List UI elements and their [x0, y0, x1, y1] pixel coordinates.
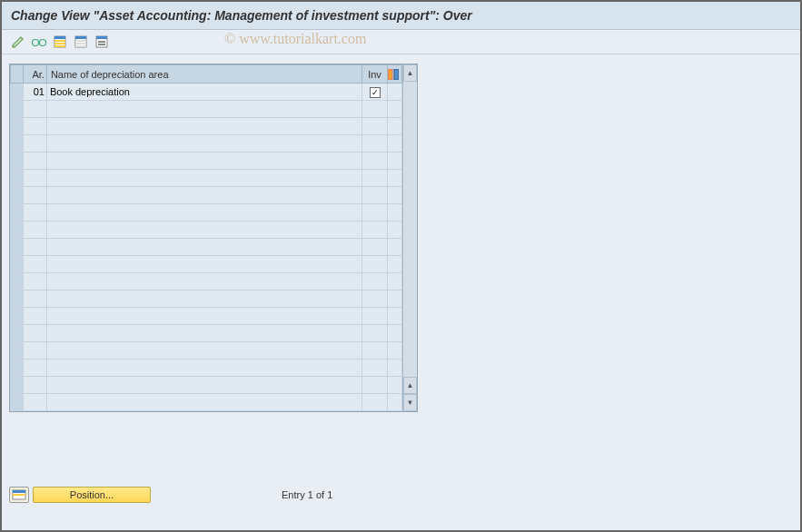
configure-columns-button[interactable]	[388, 65, 402, 84]
table-row[interactable]	[11, 325, 402, 342]
cell-area[interactable]: 01	[23, 84, 46, 101]
table-row[interactable]	[11, 101, 402, 118]
watermark: © www.tutorialkart.com	[224, 31, 366, 47]
row-selector[interactable]	[11, 325, 24, 342]
page-title: Change View "Asset Accounting: Managemen…	[11, 8, 791, 23]
table-row[interactable]	[11, 308, 402, 325]
footer: Position... Entry 1 of 1	[9, 487, 332, 503]
row-selector[interactable]	[11, 308, 24, 325]
col-inv[interactable]: Inv	[362, 65, 388, 84]
table-container: Ar. Name of depreciation area Inv 01 Boo…	[9, 64, 418, 412]
table-row[interactable]	[11, 239, 402, 256]
table-row[interactable]	[11, 118, 402, 135]
row-selector[interactable]	[11, 256, 24, 273]
row-selector[interactable]	[11, 360, 24, 377]
svg-rect-16	[388, 69, 392, 80]
svg-rect-8	[75, 36, 86, 39]
row-selector[interactable]	[11, 187, 24, 204]
position-icon[interactable]	[9, 487, 29, 503]
glasses-icon[interactable]	[30, 34, 48, 50]
vertical-scrollbar[interactable]: ▲ ▲ ▼	[402, 64, 417, 411]
svg-rect-9	[75, 40, 86, 42]
row-selector[interactable]	[11, 291, 24, 308]
svg-rect-10	[75, 43, 86, 44]
entry-count: Entry 1 of 1	[282, 489, 332, 500]
col-name[interactable]: Name of depreciation area	[46, 65, 361, 84]
table-row[interactable]	[11, 342, 402, 360]
cell-name[interactable]: Book depreciation	[46, 84, 361, 101]
svg-rect-15	[98, 44, 105, 45]
col-select[interactable]	[11, 65, 24, 84]
toggle-display-change-button[interactable]	[9, 34, 27, 50]
svg-rect-11	[75, 45, 86, 47]
content: Ar. Name of depreciation area Inv 01 Boo…	[2, 54, 800, 421]
cell-spacer	[388, 84, 402, 101]
svg-rect-17	[394, 69, 399, 80]
svg-rect-5	[54, 43, 65, 44]
table-row[interactable]	[11, 187, 402, 204]
toolbar	[2, 30, 800, 54]
table-row[interactable]	[11, 170, 402, 187]
row-selector[interactable]	[11, 377, 24, 394]
deselect-all-button[interactable]	[72, 34, 90, 50]
scroll-up-button[interactable]: ▲	[403, 64, 417, 82]
row-selector[interactable]	[11, 101, 24, 118]
row-selector[interactable]	[11, 118, 24, 135]
svg-rect-19	[13, 490, 25, 493]
table-settings-button[interactable]	[93, 34, 111, 50]
row-selector[interactable]	[11, 239, 24, 256]
row-selector[interactable]	[11, 153, 24, 170]
table-row[interactable]	[11, 256, 402, 273]
row-selector[interactable]	[11, 342, 24, 360]
cell-inv[interactable]: ✓	[362, 84, 388, 101]
row-selector[interactable]	[11, 273, 24, 291]
inv-checkbox[interactable]: ✓	[370, 87, 381, 98]
table-row[interactable]: 01 Book depreciation ✓	[11, 84, 402, 101]
position-button[interactable]: Position...	[33, 487, 151, 503]
row-selector[interactable]	[11, 222, 24, 239]
table-row[interactable]	[11, 273, 402, 291]
row-selector[interactable]	[11, 170, 24, 187]
table-row[interactable]	[11, 377, 402, 394]
table-row[interactable]	[11, 291, 402, 308]
svg-rect-6	[54, 45, 65, 47]
row-selector[interactable]	[11, 204, 24, 222]
row-selector[interactable]	[11, 135, 24, 153]
svg-rect-13	[96, 36, 107, 39]
table-row[interactable]	[11, 204, 402, 222]
table-body: 01 Book depreciation ✓	[11, 84, 402, 411]
table-row[interactable]	[11, 153, 402, 170]
svg-rect-14	[98, 41, 105, 43]
table-row[interactable]	[11, 135, 402, 153]
scroll-down-up[interactable]: ▲	[403, 377, 417, 394]
table-row[interactable]	[11, 222, 402, 239]
svg-point-0	[33, 40, 39, 46]
svg-point-1	[40, 40, 46, 46]
depreciation-table: Ar. Name of depreciation area Inv 01 Boo…	[10, 64, 402, 411]
svg-rect-3	[54, 36, 65, 39]
table-row[interactable]	[11, 394, 402, 411]
scroll-track[interactable]	[403, 82, 417, 377]
select-all-button[interactable]	[51, 34, 69, 50]
row-selector[interactable]	[11, 394, 24, 411]
table-row[interactable]	[11, 360, 402, 377]
svg-rect-4	[54, 40, 65, 42]
col-area[interactable]: Ar.	[23, 65, 46, 84]
scroll-down-button[interactable]: ▼	[403, 394, 417, 411]
row-selector[interactable]	[11, 84, 24, 101]
svg-rect-20	[13, 494, 25, 496]
title-bar: Change View "Asset Accounting: Managemen…	[2, 2, 800, 30]
